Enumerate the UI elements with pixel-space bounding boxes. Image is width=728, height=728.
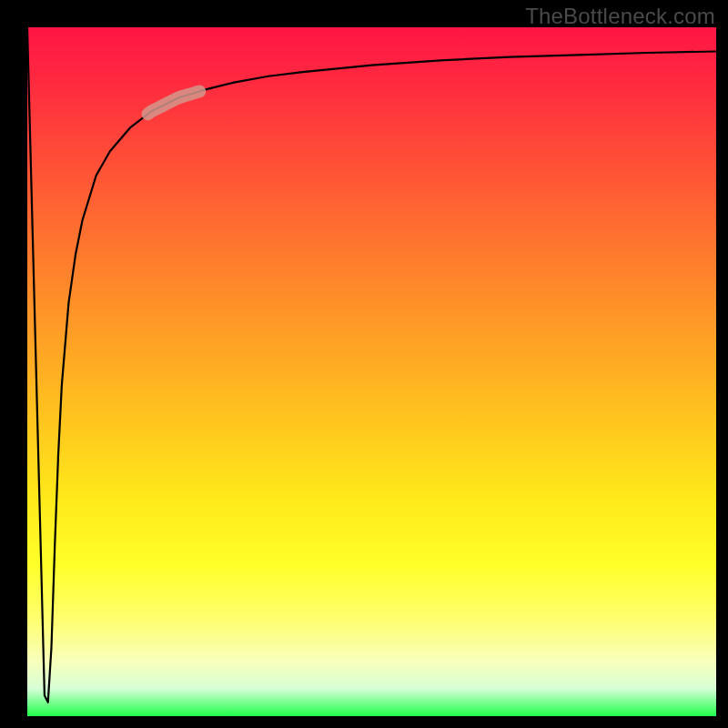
highlight-segment	[147, 91, 199, 114]
curve-layer	[27, 27, 716, 716]
attribution-label: TheBottleneck.com	[525, 4, 715, 28]
chart-container: TheBottleneck.com	[0, 0, 728, 728]
attribution-text: TheBottleneck.com	[525, 4, 715, 29]
bottleneck-curve	[27, 27, 716, 703]
plot-area	[27, 27, 716, 716]
